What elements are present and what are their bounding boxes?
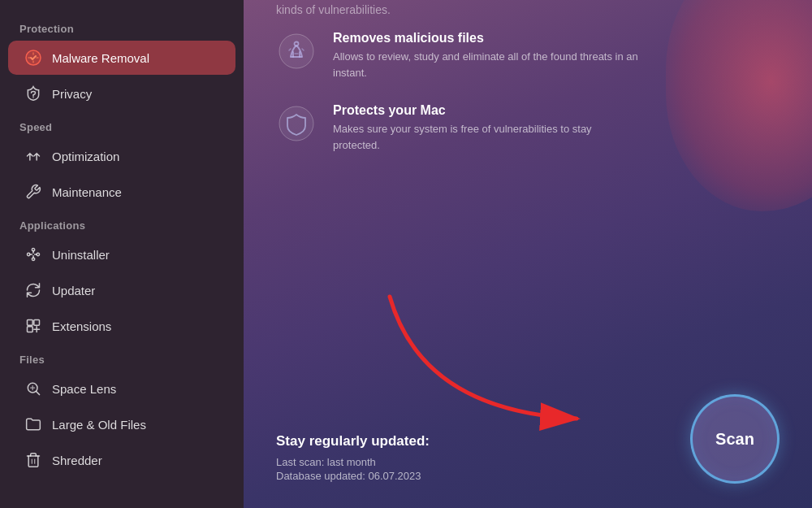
sidebar-item-malware-removal[interactable]: Malware Removal [8,41,235,75]
sidebar-item-maintenance[interactable]: Maintenance [8,175,235,209]
scan-button[interactable]: Scan [690,394,780,484]
sidebar-item-large-old-files[interactable]: Large & Old Files [8,407,235,441]
update-heading: Stay regularly updated: [276,433,430,449]
large-old-files-label: Large & Old Files [52,418,146,432]
sidebar-item-privacy[interactable]: Privacy [8,76,235,111]
uninstaller-icon [24,245,42,263]
bottom-section: Stay regularly updated: Last scan: last … [276,394,780,484]
svg-rect-6 [28,320,33,326]
feature-desc-removes-malicious: Allows to review, study and eliminate al… [333,49,641,80]
malware-removal-icon [24,49,42,67]
feature-desc-protects-mac: Makes sure your system is free of vulner… [333,121,641,153]
malware-removal-label: Malware Removal [52,51,149,65]
feature-text-protects-mac: Protects your MacMakes sure your system … [333,103,641,153]
shredder-icon [24,451,42,469]
space-lens-icon [24,380,42,397]
sidebar-item-space-lens[interactable]: Space Lens [8,371,235,406]
extensions-label: Extensions [52,319,111,333]
sidebar-section-files: Files [0,344,244,371]
main-content: kinds of vulnerabilities. Removes malici… [244,0,812,508]
features-list: Removes malicious filesAllows to review,… [276,31,780,176]
shredder-label: Shredder [52,454,102,467]
sidebar-item-updater[interactable]: Updater [8,273,235,307]
svg-point-12 [279,34,313,68]
optimization-label: Optimization [52,150,119,163]
sidebar-item-extensions[interactable]: Extensions [8,309,235,343]
last-scan-text: Last scan: last month [276,456,430,468]
svg-point-1 [32,97,34,98]
feature-title-removes-malicious: Removes malicious files [333,31,641,46]
feature-title-protects-mac: Protects your Mac [333,103,641,118]
feature-item-protects-mac: Protects your MacMakes sure your system … [276,103,780,153]
extensions-icon [24,317,42,335]
svg-rect-7 [34,320,40,326]
large-old-files-icon [24,415,42,433]
sidebar-section-speed: Speed [0,111,244,138]
update-info: Stay regularly updated: Last scan: last … [276,433,430,484]
feature-icon-removes-malicious [276,31,317,72]
sidebar-item-optimization[interactable]: Optimization [8,139,235,173]
sidebar: Protection Malware Removal PrivacySpeed … [0,0,244,508]
maintenance-icon [24,183,42,201]
updater-label: Updater [52,284,95,297]
optimization-icon [24,147,42,165]
feature-text-removes-malicious: Removes malicious filesAllows to review,… [333,31,641,80]
privacy-label: Privacy [52,87,92,101]
sidebar-item-shredder[interactable]: Shredder [8,443,235,477]
space-lens-label: Space Lens [52,382,116,396]
maintenance-label: Maintenance [52,185,122,199]
sidebar-section-protection: Protection [0,13,244,40]
privacy-icon [24,85,42,102]
updater-icon [24,281,42,299]
svg-rect-8 [28,327,33,332]
sidebar-item-uninstaller[interactable]: Uninstaller [8,237,235,271]
feature-icon-protects-mac [276,103,317,144]
top-text: kinds of vulnerabilities. [276,0,780,16]
uninstaller-label: Uninstaller [52,248,110,262]
sidebar-section-applications: Applications [0,210,244,237]
feature-item-removes-malicious: Removes malicious filesAllows to review,… [276,31,780,80]
database-updated-text: Database updated: 06.07.2023 [276,470,430,482]
